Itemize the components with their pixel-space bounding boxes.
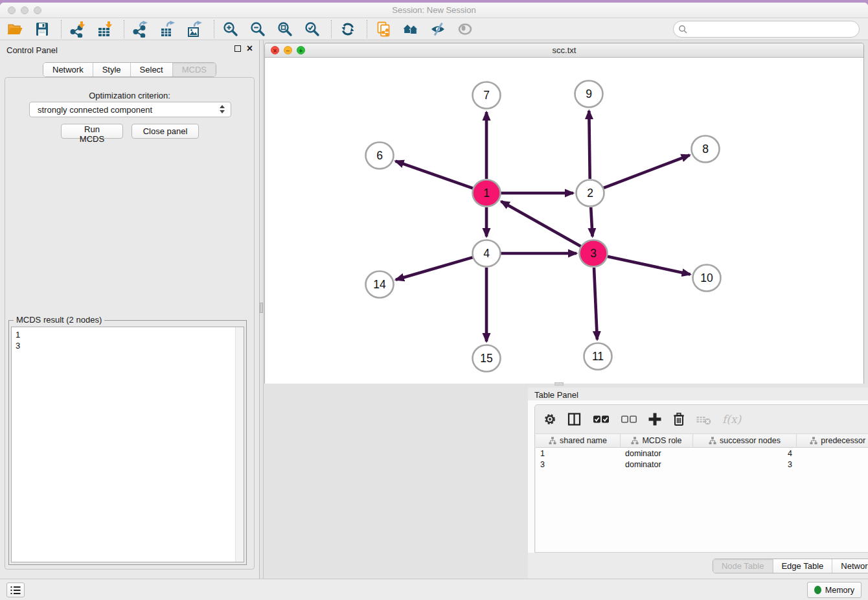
birds-eye-button[interactable]	[455, 19, 475, 39]
graph-node-9[interactable]: 9	[575, 81, 603, 108]
network-view-window: × − + scc.txt 7968124314101511	[264, 43, 864, 384]
graph-node-label: 4	[483, 247, 490, 260]
mcds-result-title: MCDS result (2 nodes)	[14, 315, 104, 325]
table-settings-button[interactable]	[543, 412, 557, 426]
graph-node-14[interactable]: 14	[366, 271, 394, 298]
table-cell[interactable]: 4	[693, 449, 797, 458]
import-table-icon	[97, 21, 113, 38]
graph-edge-2-3[interactable]	[591, 207, 592, 237]
graph-node-15[interactable]: 15	[473, 345, 501, 372]
graph-edge-2-9[interactable]	[589, 111, 589, 179]
open-session-button[interactable]	[5, 19, 25, 39]
mcds-panel: Optimization criterion: strongly connect…	[5, 77, 255, 570]
import-table-button[interactable]	[95, 19, 115, 39]
graph-node-1[interactable]: 1	[473, 180, 501, 207]
cp-tab-style[interactable]: Style	[93, 63, 131, 76]
deselect-all-button[interactable]	[620, 412, 638, 426]
graph-edge-3-1[interactable]	[501, 202, 581, 246]
control-panel-close-icon[interactable]: ×	[247, 45, 253, 52]
graph-node-label: 10	[700, 271, 713, 284]
table-row[interactable]: 1dominator411	[536, 448, 868, 459]
zoom-in-button[interactable]	[221, 19, 240, 39]
column-header-successor-nodes[interactable]: successor nodes	[693, 433, 797, 448]
table-cell[interactable]: 3	[536, 460, 621, 469]
delete-column-button[interactable]	[672, 412, 686, 426]
table-cell[interactable]: dominator	[621, 449, 693, 458]
graph-node-8[interactable]: 8	[692, 136, 720, 163]
table-header-row: shared nameMCDS rolesuccessor nodesprede…	[536, 433, 868, 448]
graphics-details-button[interactable]	[428, 19, 448, 39]
zoom-out-icon	[249, 21, 266, 38]
column-header-MCDS-role[interactable]: MCDS role	[621, 433, 693, 448]
graph-node-6[interactable]: 6	[366, 143, 394, 169]
select-all-button[interactable]	[592, 412, 610, 426]
cp-tab-network[interactable]: Network	[43, 63, 93, 76]
add-column-button[interactable]	[648, 412, 662, 426]
network-canvas[interactable]: 7968124314101511	[265, 58, 863, 384]
table-row[interactable]: 3dominator323	[536, 459, 868, 470]
zoom-fit-button[interactable]	[275, 19, 295, 39]
optimization-criterion-label: Optimization criterion:	[5, 91, 254, 100]
column-header-label: successor nodes	[720, 436, 781, 445]
graph-edge-4-14[interactable]	[396, 257, 473, 280]
columns-icon	[567, 412, 582, 426]
zoom-selected-icon	[304, 21, 321, 38]
column-header-label: predecessor nodes	[821, 436, 868, 445]
show-columns-button[interactable]	[567, 412, 582, 426]
splitter-handle[interactable]	[260, 303, 263, 313]
list-icon	[10, 586, 21, 595]
import-network-button[interactable]	[68, 19, 87, 39]
run-mcds-button[interactable]: Run MCDS	[61, 124, 123, 139]
save-session-button[interactable]	[32, 19, 52, 39]
zoom-selected-button[interactable]	[303, 19, 322, 39]
home-icon	[402, 21, 419, 38]
zoom-out-button[interactable]	[248, 19, 268, 39]
search-input[interactable]	[673, 21, 860, 38]
toolbar-separator	[124, 20, 124, 38]
column-header-shared-name[interactable]: shared name	[536, 433, 621, 448]
graph-edge-2-8[interactable]	[604, 155, 690, 188]
table-cell[interactable]: dominator	[621, 460, 693, 469]
control-panel-float-icon[interactable]	[234, 45, 241, 52]
table-cell[interactable]: 2	[797, 460, 868, 469]
refresh-button[interactable]	[338, 19, 358, 39]
horizontal-splitter-handle[interactable]	[554, 382, 564, 386]
graph-edge-3-10[interactable]	[608, 257, 691, 275]
command-panel-button[interactable]	[6, 583, 25, 597]
column-header-predecessor-nodes[interactable]: predecessor nodes	[797, 433, 868, 448]
clone-network-icon	[375, 21, 392, 38]
export-table-button[interactable]	[158, 19, 177, 39]
table-cell[interactable]: 1	[797, 449, 868, 458]
graph-edge-1-6[interactable]	[396, 161, 474, 189]
function-builder-button-disabled: f(x)	[722, 413, 741, 426]
export-image-button[interactable]	[185, 19, 205, 39]
vertical-splitter[interactable]	[259, 40, 264, 579]
export-network-button[interactable]	[131, 19, 150, 39]
table-cell[interactable]: 3	[693, 460, 797, 469]
memory-button[interactable]: Memory	[807, 582, 862, 598]
graph-node-3[interactable]: 3	[580, 240, 608, 267]
tp-tab-network-table[interactable]: Network Table	[832, 559, 868, 573]
save-floppy-icon	[34, 21, 51, 38]
home-button[interactable]	[401, 19, 420, 39]
close-panel-button[interactable]: Close panel	[131, 124, 199, 139]
refresh-icon	[339, 21, 356, 38]
tp-tab-node-table[interactable]: Node Table	[713, 559, 773, 573]
workspace-area: × − + scc.txt 7968124314101511 Table Pan…	[264, 40, 868, 579]
graph-node-11[interactable]: 11	[584, 343, 612, 370]
result-scrollbar[interactable]	[235, 327, 244, 562]
graph-edge-3-11[interactable]	[594, 268, 597, 340]
optimization-criterion-select[interactable]: strongly connected component	[29, 102, 231, 117]
table-cell[interactable]: 1	[536, 449, 621, 458]
graph-node-10[interactable]: 10	[693, 265, 721, 292]
graph-node-4[interactable]: 4	[473, 240, 501, 267]
graph-node-7[interactable]: 7	[473, 82, 501, 109]
graph-node-2[interactable]: 2	[577, 180, 604, 207]
graph-node-label: 15	[480, 352, 492, 365]
tp-tab-edge-table[interactable]: Edge Table	[773, 559, 832, 573]
cp-tab-select[interactable]: Select	[131, 63, 173, 76]
cp-tab-mcds[interactable]: MCDS	[173, 63, 216, 76]
control-panel-title: Control Panel	[6, 45, 58, 55]
mcds-result-textarea[interactable]: 13	[11, 327, 244, 562]
clone-network-button[interactable]	[374, 19, 393, 39]
